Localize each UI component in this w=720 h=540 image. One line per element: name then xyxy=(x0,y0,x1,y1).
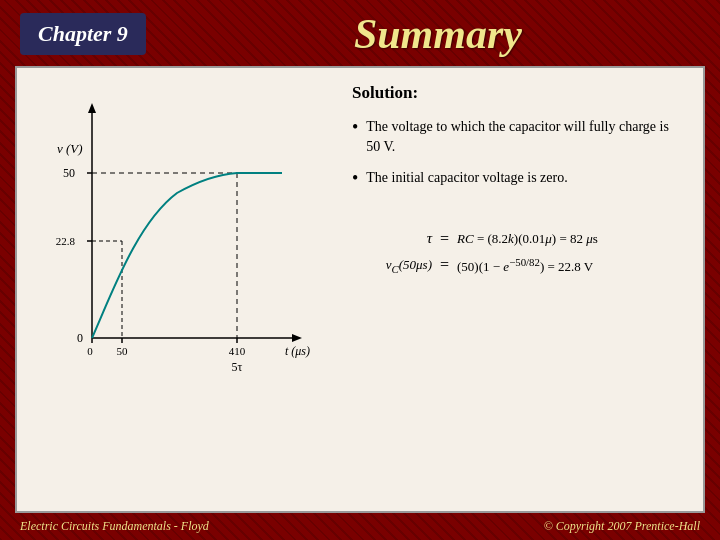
text-panel: Solution: • The voltage to which the cap… xyxy=(342,83,683,496)
solution-heading: Solution: xyxy=(352,83,683,103)
graph-svg: v (V) t (μs) 50 22.8 0 0 xyxy=(37,93,317,383)
svg-marker-2 xyxy=(88,103,96,113)
equation-row-1: τ = RC = (8.2k)(0.01μ) = 82 μs xyxy=(352,230,683,248)
svg-text:50: 50 xyxy=(117,345,129,357)
graph-container: v (V) t (μs) 50 22.8 0 0 xyxy=(37,93,317,383)
footer-left: Electric Circuits Fundamentals - Floyd xyxy=(20,519,209,534)
svg-text:t (μs): t (μs) xyxy=(285,344,310,358)
svg-text:v (V): v (V) xyxy=(57,141,83,156)
eq-right-2: (50)(1 − e−50/82) = 22.8 V xyxy=(457,256,593,275)
list-item: • The initial capacitor voltage is zero. xyxy=(352,168,683,188)
page-container: Chapter 9 Summary v (V) xyxy=(0,0,720,540)
header: Chapter 9 Summary xyxy=(0,0,720,66)
eq-right-1: RC = (8.2k)(0.01μ) = 82 μs xyxy=(457,231,598,247)
page-title: Summary xyxy=(176,10,700,58)
equations-block: τ = RC = (8.2k)(0.01μ) = 82 μs vC(50μs) … xyxy=(352,230,683,283)
svg-text:5τ: 5τ xyxy=(232,360,243,374)
main-content: v (V) t (μs) 50 22.8 0 0 xyxy=(15,66,705,513)
svg-text:0: 0 xyxy=(77,331,83,345)
chapter-badge: Chapter 9 xyxy=(20,13,146,55)
svg-text:50: 50 xyxy=(63,166,75,180)
svg-text:0: 0 xyxy=(87,345,93,357)
svg-text:22.8: 22.8 xyxy=(56,235,76,247)
graph-panel: v (V) t (μs) 50 22.8 0 0 xyxy=(37,83,327,496)
footer-right: © Copyright 2007 Prentice-Hall xyxy=(544,519,700,534)
eq-left-2: vC(50μs) xyxy=(352,257,432,275)
bullet-icon: • xyxy=(352,169,358,187)
bullet-list: • The voltage to which the capacitor wil… xyxy=(352,117,683,200)
bullet-icon: • xyxy=(352,118,358,136)
eq-left-1: τ xyxy=(352,230,432,247)
footer: Electric Circuits Fundamentals - Floyd ©… xyxy=(0,513,720,540)
bullet-text-2: The initial capacitor voltage is zero. xyxy=(366,168,567,188)
svg-text:410: 410 xyxy=(229,345,246,357)
eq-equals-1: = xyxy=(440,230,449,248)
bullet-text-1: The voltage to which the capacitor will … xyxy=(366,117,683,156)
svg-marker-3 xyxy=(292,334,302,342)
list-item: • The voltage to which the capacitor wil… xyxy=(352,117,683,156)
equation-row-2: vC(50μs) = (50)(1 − e−50/82) = 22.8 V xyxy=(352,256,683,275)
eq-equals-2: = xyxy=(440,256,449,274)
